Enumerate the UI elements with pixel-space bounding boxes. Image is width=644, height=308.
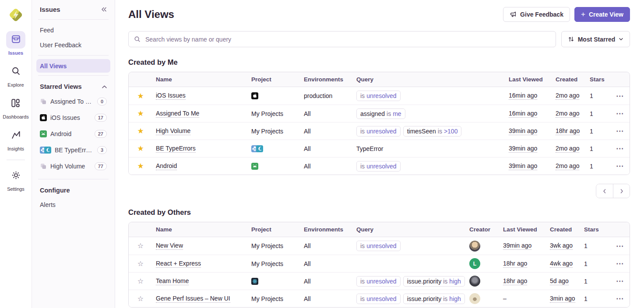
star-toggle[interactable]: ☆ — [137, 295, 144, 302]
column-header-created: Created — [546, 226, 581, 233]
rail-item-issues[interactable]: Issues — [6, 31, 25, 56]
created-at-value: 3min ago — [550, 295, 575, 303]
column-header-last-viewed: Last Viewed — [500, 226, 546, 233]
configure-section-header: Configure — [36, 183, 110, 198]
table-row: ☆Gene Perf Issues – New UIMy ProjectsAll… — [129, 290, 630, 307]
row-menu-button[interactable]: ⋯ — [616, 295, 624, 302]
view-name-link[interactable]: Team Home — [156, 277, 189, 285]
sidebar-item-ios-issues[interactable]: iOS Issues 17 — [36, 110, 110, 125]
megaphone-icon — [510, 11, 517, 18]
project-cell: My Projects — [248, 295, 300, 302]
creator-cell: L — [466, 258, 500, 269]
sidebar-item-alerts[interactable]: Alerts — [36, 198, 110, 211]
row-menu-button[interactable]: ⋯ — [616, 162, 624, 170]
row-menu-button[interactable]: ⋯ — [616, 92, 624, 100]
row-menu-button[interactable]: ⋯ — [616, 145, 624, 152]
environments-cell: All — [300, 260, 353, 267]
sidebar-item-high-volume[interactable]: High Volume 77 — [36, 159, 110, 174]
view-name-link[interactable]: New View — [156, 242, 183, 250]
row-menu-button[interactable]: ⋯ — [616, 110, 624, 117]
row-menu-button[interactable]: ⋯ — [616, 277, 624, 285]
table-row: ★Assigned To MeMy ProjectsAllassignedism… — [129, 105, 630, 122]
sort-arrows-icon — [568, 36, 574, 42]
view-name-link[interactable]: High Volume — [156, 127, 190, 135]
column-header-last-viewed: Last Viewed — [505, 76, 552, 83]
sidebar-item-android[interactable]: Android 27 — [36, 126, 110, 141]
star-toggle[interactable]: ★ — [137, 162, 144, 170]
star-toggle[interactable]: ☆ — [137, 260, 144, 267]
created-at-value: 2mo ago — [556, 145, 579, 153]
rail-item-explore[interactable]: Explore — [6, 63, 25, 88]
star-toggle[interactable]: ★ — [137, 145, 144, 152]
star-toggle[interactable]: ★ — [137, 110, 144, 117]
explore-icon — [11, 66, 21, 76]
rail-label: Explore — [7, 82, 24, 88]
project-cell — [248, 163, 300, 170]
project-cell: My Projects — [248, 110, 300, 117]
project-cell: My Projects — [248, 260, 300, 267]
main-content: All Views Give Feedback + Create View — [115, 0, 644, 308]
snake-icon — [44, 147, 51, 154]
issue-count-badge: 27 — [95, 130, 107, 138]
star-toggle[interactable]: ☆ — [137, 242, 144, 249]
project-cell: My Projects — [248, 128, 300, 135]
column-header-created: Created — [552, 76, 586, 83]
column-header-environments: Environments — [300, 226, 353, 233]
star-toggle[interactable]: ★ — [137, 92, 144, 100]
sidebar-item-feed[interactable]: Feed — [36, 23, 110, 37]
created-by-me-table: NameProjectEnvironmentsQueryLast ViewedC… — [128, 72, 630, 175]
last-viewed-value: 18hr ago — [503, 260, 527, 268]
sort-dropdown[interactable]: Most Starred — [561, 31, 630, 47]
rail-item-insights[interactable]: Insights — [6, 127, 25, 151]
issue-count-badge: 77 — [95, 162, 107, 170]
environments-cell: All — [300, 145, 353, 152]
android-icon — [40, 130, 47, 137]
environments-cell: All — [300, 295, 353, 302]
sidebar-item-assigned-to-me[interactable]: Assigned To Me 0 — [36, 94, 110, 109]
view-name-link[interactable]: iOS Issues — [156, 92, 186, 100]
next-page-button[interactable] — [613, 184, 630, 198]
row-menu-button[interactable]: ⋯ — [616, 242, 624, 250]
stars-count: 1 — [586, 145, 610, 152]
column-header-query: Query — [353, 226, 466, 233]
search-views-input[interactable] — [144, 35, 550, 43]
sidebar-item-all-views[interactable]: All Views — [36, 59, 110, 73]
created-at-value: 2mo ago — [556, 162, 579, 170]
row-menu-button[interactable]: ⋯ — [616, 260, 624, 267]
give-feedback-button[interactable]: Give Feedback — [503, 7, 570, 22]
environments-cell: All — [300, 163, 353, 170]
last-viewed-value: – — [503, 295, 507, 302]
created-at-value: 3wk ago — [550, 242, 573, 250]
create-view-button[interactable]: + Create View — [574, 7, 630, 22]
sentry-logo[interactable] — [6, 5, 26, 25]
rail-item-dashboards[interactable]: Dashboards — [3, 95, 28, 119]
search-icon — [134, 36, 141, 42]
view-name-link[interactable]: BE TypeErrors — [156, 145, 196, 153]
rail-item-settings[interactable]: Settings — [6, 167, 25, 192]
view-name-link[interactable]: Android — [156, 162, 177, 170]
starred-views-section-header[interactable]: Starred Views — [36, 79, 110, 94]
view-name-link[interactable]: Gene Perf Issues – New UI — [156, 295, 230, 303]
view-name-link[interactable]: React + Express — [156, 260, 201, 268]
issue-count-badge: 0 — [97, 98, 107, 105]
last-viewed-value: 16min ago — [509, 110, 537, 118]
query-token: isunresolved — [356, 294, 401, 304]
sidebar-item-user-feedback[interactable]: User Feedback — [36, 38, 110, 52]
table-row: ★AndroidAllisunresolved39min ago2mo ago1… — [129, 157, 630, 175]
project-cell — [248, 92, 300, 99]
row-menu-button[interactable]: ⋯ — [616, 127, 624, 135]
sidebar-divider — [38, 19, 109, 20]
stars-count: 1 — [581, 278, 610, 285]
react-icon — [251, 278, 258, 285]
previous-page-button[interactable] — [596, 184, 613, 198]
sidebar-item-be-typeerrors[interactable]: BE TypeErrors 3 — [36, 143, 110, 158]
stars-count: 1 — [581, 242, 610, 249]
insights-icon — [11, 130, 21, 140]
query-token: issue.priorityishigh — [403, 276, 465, 287]
collapse-sidebar-icon[interactable] — [101, 7, 107, 12]
query-cell: assignedisme — [353, 108, 505, 119]
star-toggle[interactable]: ☆ — [137, 278, 144, 285]
view-name-link[interactable]: Assigned To Me — [156, 110, 199, 118]
creator-avatar — [469, 293, 480, 304]
star-toggle[interactable]: ★ — [137, 127, 144, 135]
